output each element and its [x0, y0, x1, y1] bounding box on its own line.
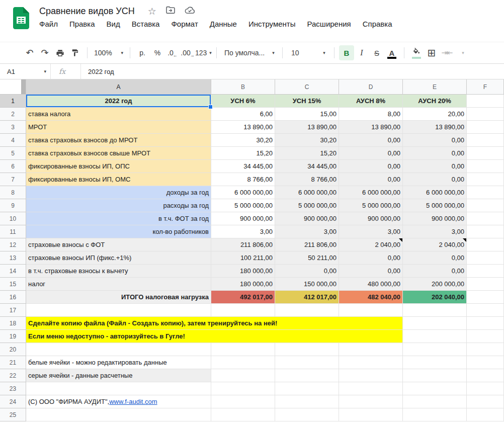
cell-F22[interactable]	[467, 369, 504, 382]
cell-B22[interactable]	[211, 369, 275, 382]
cell-D7[interactable]: 0,00	[339, 173, 403, 186]
cell-F10[interactable]	[467, 212, 504, 225]
cell-D8[interactable]: 6 000 000,00	[339, 186, 403, 199]
cell-F12[interactable]	[467, 238, 504, 251]
cell-D4[interactable]: 0,00	[339, 134, 403, 147]
cell-B9[interactable]: 5 000 000,00	[211, 199, 275, 212]
print-button[interactable]	[52, 45, 67, 60]
redo-button[interactable]: ↷	[37, 45, 52, 60]
row-header-12[interactable]: 12	[0, 238, 26, 251]
menu-help[interactable]: Справка	[363, 20, 392, 28]
cell-B5[interactable]: 15,20	[211, 147, 275, 160]
cell-E14[interactable]: 0,00	[403, 265, 467, 278]
column-header-A[interactable]: A	[26, 79, 211, 95]
cell-C12[interactable]: 211 806,00	[275, 238, 339, 251]
cell-C20[interactable]	[275, 343, 339, 356]
cell-E23[interactable]	[403, 382, 467, 395]
menu-insert[interactable]: Вставка	[132, 20, 160, 28]
cell-A25[interactable]	[26, 408, 211, 421]
cell-F18[interactable]	[467, 317, 504, 330]
cell-D6[interactable]: 0,00	[339, 160, 403, 173]
cell-F21[interactable]	[467, 356, 504, 369]
cell-B4[interactable]: 30,20	[211, 134, 275, 147]
cell-D10[interactable]: 900 000,00	[339, 212, 403, 225]
cell-F8[interactable]	[467, 186, 504, 199]
cell-B1[interactable]: УСН 6%	[211, 95, 275, 108]
cell-F11[interactable]	[467, 225, 504, 238]
cell-C15[interactable]: 150 000,00	[275, 278, 339, 291]
cell-B11[interactable]: 3,00	[211, 225, 275, 238]
row-header-13[interactable]: 13	[0, 251, 26, 265]
cell-F25[interactable]	[467, 408, 504, 421]
cell-A1[interactable]: 2022 год	[26, 95, 211, 108]
formula-input[interactable]: 2022 год	[80, 64, 114, 79]
row-header-17[interactable]: 17	[0, 304, 26, 317]
cell-B17[interactable]	[211, 304, 275, 317]
cell-E19[interactable]	[403, 330, 467, 343]
row-header-2[interactable]: 2	[0, 108, 26, 121]
cell-E1[interactable]: АУСН 20%	[403, 95, 467, 108]
menu-extensions[interactable]: Расширения	[307, 20, 351, 28]
cell-A13[interactable]: страховые взносы ИП (фикс.+1%)	[26, 251, 211, 265]
cell-E8[interactable]: 6 000 000,00	[403, 186, 467, 199]
row-header-21[interactable]: 21	[0, 356, 26, 369]
merge-cells-button[interactable]: ⇥⇤	[439, 45, 454, 60]
merge-options-caret[interactable]: ▾	[454, 45, 469, 60]
cell-F9[interactable]	[467, 199, 504, 212]
cell-F5[interactable]	[467, 147, 504, 160]
cell-B13[interactable]: 100 211,00	[211, 251, 275, 265]
row-header-18[interactable]: 18	[0, 317, 26, 330]
row-header-16[interactable]: 16	[0, 291, 26, 304]
cell-F24[interactable]	[467, 395, 504, 408]
cell-B6[interactable]: 34 445,00	[211, 160, 275, 173]
cell-D21[interactable]	[339, 356, 403, 369]
cell-C16[interactable]: 412 017,00	[275, 291, 339, 304]
cell-A24[interactable]: (С) ООО "ФИРМА АУДИТ", www.f-audit.com	[26, 395, 211, 408]
cell-F1[interactable]	[467, 95, 504, 108]
cell-B14[interactable]: 180 000,00	[211, 265, 275, 278]
bold-button[interactable]: B	[339, 45, 354, 60]
move-to-folder-icon[interactable]	[165, 6, 176, 17]
cell-C10[interactable]: 900 000,00	[275, 212, 339, 225]
row-header-6[interactable]: 6	[0, 160, 26, 173]
cell-B8[interactable]: 6 000 000,00	[211, 186, 275, 199]
row-header-4[interactable]: 4	[0, 134, 26, 147]
cell-C2[interactable]: 15,00	[275, 108, 339, 121]
cell-C1[interactable]: УСН 15%	[275, 95, 339, 108]
cell-D20[interactable]	[339, 343, 403, 356]
cell-D2[interactable]: 8,00	[339, 108, 403, 121]
cell-A16[interactable]: ИТОГО налоговая нагрузка	[26, 291, 211, 304]
cell-A4[interactable]: ставка страховых взносов до МРОТ	[26, 134, 211, 147]
cell-F4[interactable]	[467, 134, 504, 147]
fill-color-button[interactable]	[409, 45, 424, 60]
cell-C23[interactable]	[275, 382, 339, 395]
cell-D13[interactable]: 0,00	[339, 251, 403, 265]
cell-E3[interactable]: 13 890,00	[403, 121, 467, 134]
undo-button[interactable]: ↶	[22, 45, 37, 60]
cell-D14[interactable]: 0,00	[339, 265, 403, 278]
cell-F19[interactable]	[467, 330, 504, 343]
cell-E6[interactable]: 0,00	[403, 160, 467, 173]
row-header-11[interactable]: 11	[0, 225, 26, 238]
paint-format-button[interactable]	[67, 45, 82, 60]
cell-E7[interactable]: 0,00	[403, 173, 467, 186]
menu-data[interactable]: Данные	[210, 20, 237, 28]
cell-A15[interactable]: налог	[26, 278, 211, 291]
cell-F2[interactable]	[467, 108, 504, 121]
cell-F17[interactable]	[467, 304, 504, 317]
cell-B2[interactable]: 6,00	[211, 108, 275, 121]
percent-format-button[interactable]: %	[150, 45, 165, 60]
column-header-F[interactable]: F	[467, 79, 504, 95]
cell-E4[interactable]: 0,00	[403, 134, 467, 147]
f-audit-link[interactable]: www.f-audit.com	[109, 398, 157, 405]
cell-D16[interactable]: 482 040,00	[339, 291, 403, 304]
cell-C24[interactable]	[275, 395, 339, 408]
menu-view[interactable]: Вид	[107, 20, 120, 28]
cell-C21[interactable]	[275, 356, 339, 369]
cell-D12[interactable]: 2 040,00	[339, 238, 403, 251]
cell-A9[interactable]: расходы за год	[26, 199, 211, 212]
cell-E24[interactable]	[403, 395, 467, 408]
menu-file[interactable]: Файл	[39, 20, 58, 28]
cell-B7[interactable]: 8 766,00	[211, 173, 275, 186]
cell-E20[interactable]	[403, 343, 467, 356]
